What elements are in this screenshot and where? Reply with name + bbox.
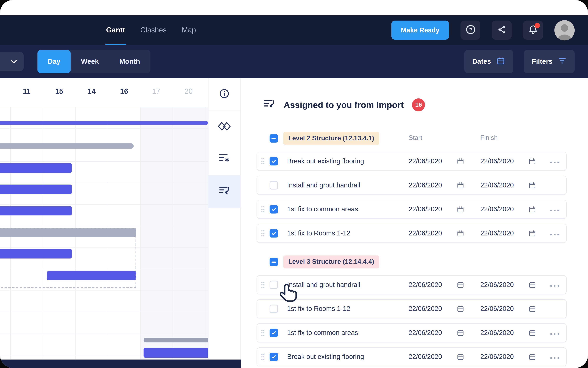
- user-avatar[interactable]: [554, 20, 575, 40]
- task-finish-date[interactable]: 22/06/2020: [480, 205, 514, 213]
- task-row[interactable]: Break out existing flooring22/06/202022/…: [257, 152, 567, 171]
- task-start-date[interactable]: 22/06/2020: [408, 229, 442, 237]
- row-menu-button[interactable]: [546, 206, 563, 213]
- gantt-bar-task[interactable]: [0, 163, 72, 173]
- task-row[interactable]: Install and grout handrail22/06/202022/0…: [257, 275, 567, 294]
- task-checkbox[interactable]: [270, 205, 278, 213]
- row-menu-button[interactable]: [546, 281, 563, 288]
- gantt-gridline-horizontal: [0, 312, 208, 312]
- gantt-header-divider: [0, 107, 208, 107]
- timescale-day[interactable]: Day: [38, 50, 71, 73]
- share-button[interactable]: [492, 20, 511, 40]
- group-checkbox[interactable]: [270, 134, 278, 143]
- task-start-date[interactable]: 22/06/2020: [408, 329, 442, 337]
- drag-handle-icon[interactable]: [261, 282, 265, 288]
- calendar-icon[interactable]: [529, 205, 536, 213]
- screenshot-stage: Gantt Clashes Map Make Ready ?: [0, 0, 588, 368]
- gantt-bar-gray[interactable]: [0, 143, 134, 149]
- make-ready-button[interactable]: Make Ready: [391, 20, 449, 40]
- gantt-selection-box: [0, 228, 136, 288]
- task-checkbox[interactable]: [270, 304, 278, 313]
- top-navigation-bar: Gantt Clashes Map Make Ready ?: [0, 15, 588, 45]
- task-row[interactable]: 1st fix to common areas22/06/202022/06/2…: [257, 323, 567, 342]
- rail-item-clashes[interactable]: [208, 111, 240, 143]
- row-menu-button[interactable]: [546, 158, 563, 165]
- gantt-day-number: 11: [19, 87, 34, 96]
- task-row[interactable]: Install and grout handrail22/06/202022/0…: [257, 176, 567, 195]
- task-finish-date[interactable]: 22/06/2020: [480, 181, 514, 189]
- collapse-button[interactable]: [0, 52, 24, 71]
- timescale-month[interactable]: Month: [109, 50, 150, 73]
- calendar-icon[interactable]: [457, 157, 464, 165]
- calendar-icon[interactable]: [529, 281, 536, 289]
- task-start-date[interactable]: 22/06/2020: [408, 205, 442, 213]
- row-menu-button[interactable]: [546, 353, 563, 360]
- task-checkbox[interactable]: [270, 181, 278, 190]
- gantt-bar-gray[interactable]: [144, 338, 208, 342]
- help-button[interactable]: ?: [460, 20, 480, 40]
- gantt-bar-task[interactable]: [0, 206, 72, 215]
- calendar-icon[interactable]: [457, 181, 464, 189]
- gantt-bar-summary-thin[interactable]: [0, 121, 208, 125]
- calendar-icon[interactable]: [457, 205, 464, 213]
- task-row[interactable]: 1st fix to Rooms 1-1222/06/202022/06/202…: [257, 224, 567, 243]
- task-row[interactable]: 1st fix to common areas22/06/202022/06/2…: [257, 200, 567, 219]
- calendar-icon[interactable]: [457, 230, 464, 237]
- task-start-date[interactable]: 22/06/2020: [408, 281, 442, 289]
- calendar-icon[interactable]: [457, 305, 464, 313]
- calendar-icon[interactable]: [457, 281, 464, 289]
- rail-item-new-tasks[interactable]: [208, 143, 240, 175]
- tab-clashes[interactable]: Clashes: [140, 15, 166, 45]
- calendar-icon[interactable]: [529, 305, 536, 313]
- task-finish-date[interactable]: 22/06/2020: [480, 157, 514, 165]
- tab-map[interactable]: Map: [182, 15, 196, 45]
- task-checkbox[interactable]: [270, 329, 278, 337]
- task-checkbox[interactable]: [270, 229, 278, 238]
- task-name: Break out existing flooring: [287, 353, 364, 361]
- task-row[interactable]: Break out existing flooring22/06/202022/…: [257, 347, 567, 366]
- bottom-scroll-strip[interactable]: [0, 359, 241, 368]
- calendar-icon[interactable]: [457, 353, 464, 361]
- calendar-icon[interactable]: [529, 157, 536, 165]
- task-checkbox[interactable]: [270, 157, 278, 166]
- group-checkbox[interactable]: [270, 258, 278, 266]
- timescale-week[interactable]: Week: [71, 50, 109, 73]
- task-finish-date[interactable]: 22/06/2020: [480, 329, 514, 337]
- row-menu-button[interactable]: [546, 230, 563, 237]
- calendar-icon[interactable]: [529, 353, 536, 361]
- group-label-chip: Level 3 Structure (12.14.4.4): [283, 255, 379, 268]
- filters-button[interactable]: Filters: [524, 50, 575, 73]
- task-checkbox[interactable]: [270, 353, 278, 361]
- gantt-bar-task[interactable]: [0, 184, 72, 194]
- task-checkbox[interactable]: [270, 281, 278, 289]
- drag-handle-icon[interactable]: [261, 354, 265, 360]
- drag-handle-icon[interactable]: [261, 158, 265, 165]
- task-name: 1st fix to Rooms 1-12: [287, 229, 350, 237]
- dates-button[interactable]: Dates: [464, 50, 513, 73]
- task-start-date[interactable]: 22/06/2020: [408, 181, 442, 189]
- gantt-bar-task[interactable]: [144, 348, 208, 358]
- tab-gantt[interactable]: Gantt: [106, 15, 125, 45]
- rail-item-info[interactable]: [208, 78, 240, 110]
- column-header-finish: Finish: [480, 134, 498, 142]
- drag-handle-icon[interactable]: [261, 330, 265, 336]
- notifications-button[interactable]: [523, 20, 543, 40]
- task-finish-date[interactable]: 22/06/2020: [480, 353, 514, 361]
- task-start-date[interactable]: 22/06/2020: [408, 305, 442, 313]
- rail-item-assigned-import[interactable]: [208, 175, 240, 208]
- task-row[interactable]: 1st fix to Rooms 1-1222/06/202022/06/202…: [257, 299, 567, 318]
- task-start-date[interactable]: 22/06/2020: [408, 157, 442, 165]
- task-finish-date[interactable]: 22/06/2020: [480, 305, 514, 313]
- calendar-icon[interactable]: [457, 329, 464, 337]
- calendar-icon[interactable]: [529, 230, 536, 237]
- drag-handle-icon[interactable]: [261, 206, 265, 212]
- row-menu-button[interactable]: [546, 329, 563, 336]
- drag-handle-icon[interactable]: [261, 230, 265, 237]
- timescale-switcher: Day Week Month: [38, 50, 150, 73]
- panel-icon-rail: [208, 78, 241, 359]
- task-start-date[interactable]: 22/06/2020: [408, 353, 442, 361]
- task-finish-date[interactable]: 22/06/2020: [480, 229, 514, 237]
- task-finish-date[interactable]: 22/06/2020: [480, 281, 514, 289]
- calendar-icon[interactable]: [529, 329, 536, 337]
- calendar-icon[interactable]: [529, 181, 536, 189]
